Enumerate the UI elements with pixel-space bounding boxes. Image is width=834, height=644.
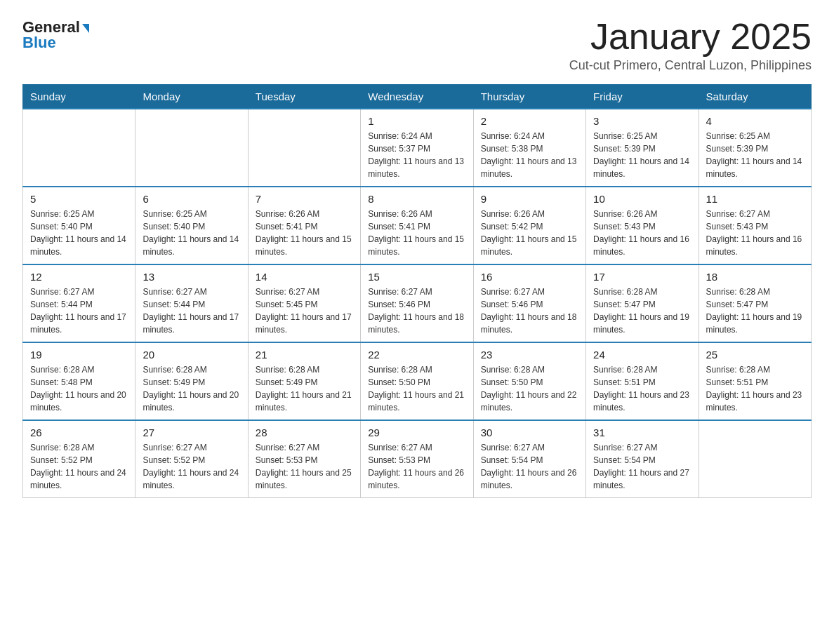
- day-number: 16: [481, 271, 578, 283]
- logo-blue: Blue: [22, 35, 56, 51]
- calendar-cell: [699, 420, 811, 498]
- calendar-cell: 28Sunrise: 6:27 AMSunset: 5:53 PMDayligh…: [248, 420, 360, 498]
- day-number: 28: [256, 427, 353, 438]
- calendar-cell: 3Sunrise: 6:25 AMSunset: 5:39 PMDaylight…: [586, 109, 699, 187]
- page-header: General Blue January 2025 Cut-cut Primer…: [22, 17, 812, 73]
- calendar-week-row: 1Sunrise: 6:24 AMSunset: 5:37 PMDaylight…: [23, 109, 812, 187]
- day-info: Sunrise: 6:24 AMSunset: 5:37 PMDaylight:…: [368, 130, 465, 180]
- calendar-cell: 17Sunrise: 6:28 AMSunset: 5:47 PMDayligh…: [586, 264, 699, 342]
- calendar-week-row: 26Sunrise: 6:28 AMSunset: 5:52 PMDayligh…: [23, 420, 812, 498]
- calendar-day-header: Tuesday: [248, 85, 360, 109]
- day-number: 30: [481, 427, 578, 438]
- calendar-day-header: Thursday: [473, 85, 585, 109]
- calendar-cell: 24Sunrise: 6:28 AMSunset: 5:51 PMDayligh…: [586, 342, 699, 420]
- day-number: 3: [593, 115, 691, 127]
- calendar-cell: 8Sunrise: 6:26 AMSunset: 5:41 PMDaylight…: [361, 187, 473, 264]
- day-number: 7: [256, 193, 353, 205]
- calendar-header-row: SundayMondayTuesdayWednesdayThursdayFrid…: [23, 85, 812, 109]
- calendar-cell: [135, 109, 248, 187]
- day-number: 6: [143, 193, 240, 205]
- title-section: January 2025 Cut-cut Primero, Central Lu…: [569, 17, 812, 73]
- day-number: 18: [706, 271, 804, 283]
- day-info: Sunrise: 6:26 AMSunset: 5:41 PMDaylight:…: [368, 208, 465, 258]
- calendar-cell: 16Sunrise: 6:27 AMSunset: 5:46 PMDayligh…: [473, 264, 585, 342]
- day-info: Sunrise: 6:28 AMSunset: 5:49 PMDaylight:…: [143, 363, 240, 414]
- day-info: Sunrise: 6:28 AMSunset: 5:48 PMDaylight:…: [30, 363, 128, 414]
- location-subtitle: Cut-cut Primero, Central Luzon, Philippi…: [569, 58, 812, 73]
- calendar-cell: 12Sunrise: 6:27 AMSunset: 5:44 PMDayligh…: [23, 264, 135, 342]
- day-number: 15: [368, 271, 465, 283]
- calendar-cell: 27Sunrise: 6:27 AMSunset: 5:52 PMDayligh…: [135, 420, 248, 498]
- day-number: 19: [30, 349, 128, 361]
- day-number: 8: [368, 193, 465, 205]
- day-info: Sunrise: 6:27 AMSunset: 5:52 PMDaylight:…: [143, 441, 240, 492]
- day-info: Sunrise: 6:27 AMSunset: 5:44 PMDaylight:…: [30, 286, 128, 336]
- day-info: Sunrise: 6:26 AMSunset: 5:42 PMDaylight:…: [481, 208, 578, 258]
- day-info: Sunrise: 6:25 AMSunset: 5:39 PMDaylight:…: [706, 130, 804, 180]
- calendar-cell: 2Sunrise: 6:24 AMSunset: 5:38 PMDaylight…: [473, 109, 585, 187]
- day-info: Sunrise: 6:27 AMSunset: 5:43 PMDaylight:…: [706, 208, 804, 258]
- logo-general: General: [22, 20, 89, 35]
- day-number: 23: [481, 349, 578, 361]
- calendar-cell: 5Sunrise: 6:25 AMSunset: 5:40 PMDaylight…: [23, 187, 135, 264]
- day-info: Sunrise: 6:25 AMSunset: 5:39 PMDaylight:…: [593, 130, 691, 180]
- calendar-week-row: 19Sunrise: 6:28 AMSunset: 5:48 PMDayligh…: [23, 342, 812, 420]
- calendar-cell: 6Sunrise: 6:25 AMSunset: 5:40 PMDaylight…: [135, 187, 248, 264]
- day-number: 4: [706, 115, 804, 127]
- logo-arrow-icon: [82, 24, 89, 33]
- day-number: 13: [143, 271, 240, 283]
- day-info: Sunrise: 6:25 AMSunset: 5:40 PMDaylight:…: [30, 208, 128, 258]
- day-info: Sunrise: 6:27 AMSunset: 5:54 PMDaylight:…: [593, 441, 691, 492]
- calendar-cell: 14Sunrise: 6:27 AMSunset: 5:45 PMDayligh…: [248, 264, 360, 342]
- day-number: 27: [143, 427, 240, 438]
- calendar-day-header: Saturday: [699, 85, 811, 109]
- day-number: 24: [593, 349, 691, 361]
- day-number: 9: [481, 193, 578, 205]
- day-number: 5: [30, 193, 128, 205]
- day-number: 26: [30, 427, 128, 438]
- day-number: 21: [256, 349, 353, 361]
- calendar-cell: 22Sunrise: 6:28 AMSunset: 5:50 PMDayligh…: [361, 342, 473, 420]
- day-info: Sunrise: 6:27 AMSunset: 5:53 PMDaylight:…: [368, 441, 465, 492]
- calendar-cell: 15Sunrise: 6:27 AMSunset: 5:46 PMDayligh…: [361, 264, 473, 342]
- calendar-cell: 9Sunrise: 6:26 AMSunset: 5:42 PMDaylight…: [473, 187, 585, 264]
- day-number: 29: [368, 427, 465, 438]
- day-info: Sunrise: 6:25 AMSunset: 5:40 PMDaylight:…: [143, 208, 240, 258]
- day-info: Sunrise: 6:28 AMSunset: 5:52 PMDaylight:…: [30, 441, 128, 492]
- calendar-cell: 13Sunrise: 6:27 AMSunset: 5:44 PMDayligh…: [135, 264, 248, 342]
- day-info: Sunrise: 6:28 AMSunset: 5:51 PMDaylight:…: [706, 363, 804, 414]
- day-number: 10: [593, 193, 691, 205]
- calendar-week-row: 12Sunrise: 6:27 AMSunset: 5:44 PMDayligh…: [23, 264, 812, 342]
- calendar-cell: 1Sunrise: 6:24 AMSunset: 5:37 PMDaylight…: [361, 109, 473, 187]
- day-info: Sunrise: 6:27 AMSunset: 5:45 PMDaylight:…: [256, 286, 353, 336]
- day-info: Sunrise: 6:28 AMSunset: 5:49 PMDaylight:…: [256, 363, 353, 414]
- month-title: January 2025: [569, 17, 812, 57]
- logo: General Blue: [22, 20, 89, 51]
- day-info: Sunrise: 6:24 AMSunset: 5:38 PMDaylight:…: [481, 130, 578, 180]
- calendar-day-header: Friday: [586, 85, 699, 109]
- day-info: Sunrise: 6:27 AMSunset: 5:46 PMDaylight:…: [368, 286, 465, 336]
- calendar-cell: 7Sunrise: 6:26 AMSunset: 5:41 PMDaylight…: [248, 187, 360, 264]
- calendar-cell: 4Sunrise: 6:25 AMSunset: 5:39 PMDaylight…: [699, 109, 811, 187]
- calendar-cell: 25Sunrise: 6:28 AMSunset: 5:51 PMDayligh…: [699, 342, 811, 420]
- calendar-cell: 31Sunrise: 6:27 AMSunset: 5:54 PMDayligh…: [586, 420, 699, 498]
- day-number: 20: [143, 349, 240, 361]
- calendar-cell: [248, 109, 360, 187]
- day-info: Sunrise: 6:28 AMSunset: 5:50 PMDaylight:…: [481, 363, 578, 414]
- calendar-cell: 30Sunrise: 6:27 AMSunset: 5:54 PMDayligh…: [473, 420, 585, 498]
- day-number: 14: [256, 271, 353, 283]
- day-info: Sunrise: 6:27 AMSunset: 5:46 PMDaylight:…: [481, 286, 578, 336]
- calendar-cell: 26Sunrise: 6:28 AMSunset: 5:52 PMDayligh…: [23, 420, 135, 498]
- calendar-cell: 10Sunrise: 6:26 AMSunset: 5:43 PMDayligh…: [586, 187, 699, 264]
- day-number: 12: [30, 271, 128, 283]
- day-info: Sunrise: 6:27 AMSunset: 5:54 PMDaylight:…: [481, 441, 578, 492]
- day-info: Sunrise: 6:28 AMSunset: 5:47 PMDaylight:…: [706, 286, 804, 336]
- day-number: 31: [593, 427, 691, 438]
- calendar-week-row: 5Sunrise: 6:25 AMSunset: 5:40 PMDaylight…: [23, 187, 812, 264]
- day-number: 25: [706, 349, 804, 361]
- calendar-table: SundayMondayTuesdayWednesdayThursdayFrid…: [22, 84, 812, 498]
- calendar-cell: [23, 109, 135, 187]
- day-info: Sunrise: 6:28 AMSunset: 5:50 PMDaylight:…: [368, 363, 465, 414]
- calendar-cell: 18Sunrise: 6:28 AMSunset: 5:47 PMDayligh…: [699, 264, 811, 342]
- calendar-cell: 21Sunrise: 6:28 AMSunset: 5:49 PMDayligh…: [248, 342, 360, 420]
